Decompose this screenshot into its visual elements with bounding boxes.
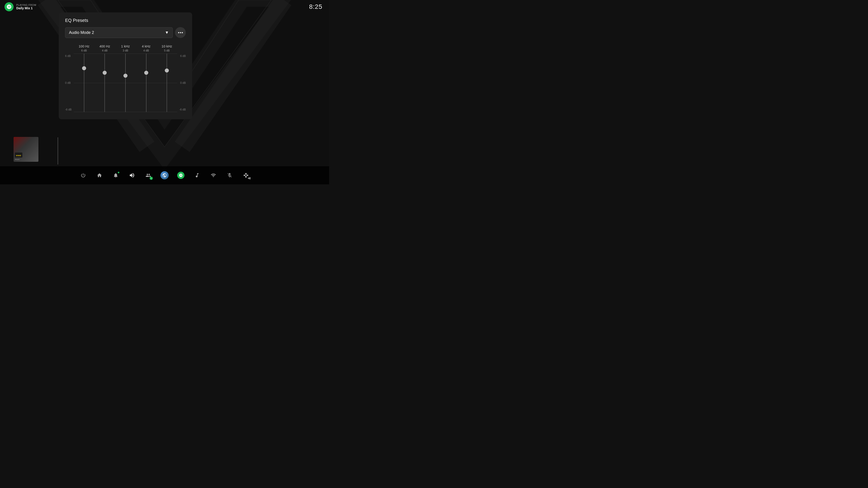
group-badge: 1 bbox=[150, 177, 153, 180]
spotify-logo bbox=[4, 2, 13, 11]
battery-indicator bbox=[248, 177, 250, 180]
controller-icon[interactable] bbox=[241, 171, 250, 180]
band-freq-2: 1 kHz bbox=[115, 44, 136, 48]
eq-title: EQ Presets bbox=[65, 18, 186, 23]
eq-preset-row: Audio Mode 2 ▼ bbox=[65, 27, 186, 38]
top-bar: PLAYING FROM Daily Mix 1 8:25 bbox=[0, 0, 329, 13]
playing-from-label: PLAYING FROM bbox=[16, 4, 36, 6]
band-thumb-4[interactable] bbox=[165, 68, 169, 72]
volume-icon[interactable] bbox=[127, 171, 136, 180]
album-art-area: WWE Music bbox=[13, 137, 38, 162]
album-art: WWE Music bbox=[13, 137, 38, 162]
band-db-0: 6 dB bbox=[74, 49, 94, 52]
band-db-3: 4 dB bbox=[136, 49, 157, 52]
scale-mid-right: 0 dB bbox=[179, 81, 186, 85]
now-playing-section: PLAYING FROM Daily Mix 1 bbox=[4, 2, 36, 11]
band-slider-2[interactable] bbox=[115, 54, 136, 112]
power-icon[interactable] bbox=[79, 171, 88, 180]
home-icon[interactable] bbox=[95, 171, 104, 180]
dot2 bbox=[180, 32, 181, 33]
dropdown-arrow-icon: ▼ bbox=[165, 30, 169, 35]
playlist-name: Daily Mix 1 bbox=[16, 6, 36, 10]
notification-icon[interactable] bbox=[111, 171, 120, 180]
scale-top-left: 6 dB bbox=[65, 55, 72, 58]
band-db-1: 4 dB bbox=[94, 49, 115, 52]
playback-indicator bbox=[58, 137, 58, 164]
band-freq-1: 400 Hz bbox=[94, 44, 115, 48]
band-db-4: 5 dB bbox=[156, 49, 177, 52]
wifi-icon[interactable] bbox=[209, 171, 218, 180]
band-thumb-2[interactable] bbox=[123, 74, 127, 78]
spotify-taskbar-icon[interactable] bbox=[176, 171, 185, 180]
eq-panel: EQ Presets Audio Mode 2 ▼ 100 Hz 400 Hz … bbox=[59, 12, 192, 119]
spotify-circle bbox=[177, 172, 184, 179]
band-slider-0[interactable] bbox=[74, 54, 94, 112]
user-avatar-icon[interactable] bbox=[160, 171, 169, 180]
band-slider-4[interactable] bbox=[156, 54, 177, 112]
music-icon[interactable] bbox=[193, 171, 202, 180]
clock: 8:25 bbox=[309, 3, 322, 10]
scale-mid-left: 0 dB bbox=[65, 81, 72, 85]
eq-preset-value: Audio Mode 2 bbox=[69, 30, 94, 35]
dot1 bbox=[178, 32, 179, 33]
band-slider-3[interactable] bbox=[136, 54, 157, 112]
band-thumb-3[interactable] bbox=[144, 71, 148, 75]
dot3 bbox=[182, 32, 183, 33]
notification-dot bbox=[118, 172, 119, 173]
band-db-2: 3 dB bbox=[115, 49, 136, 52]
eq-more-button[interactable] bbox=[175, 27, 186, 38]
eq-preset-dropdown[interactable]: Audio Mode 2 ▼ bbox=[65, 27, 173, 38]
taskbar: 1 bbox=[0, 166, 329, 184]
now-playing-text: PLAYING FROM Daily Mix 1 bbox=[16, 4, 36, 10]
group-icon[interactable]: 1 bbox=[144, 171, 153, 180]
scale-bot-left: -6 dB bbox=[65, 108, 72, 111]
scale-top-right: 6 dB bbox=[179, 55, 186, 58]
band-thumb-1[interactable] bbox=[103, 71, 107, 75]
band-freq-0: 100 Hz bbox=[74, 44, 94, 48]
band-slider-1[interactable] bbox=[94, 54, 115, 112]
mic-icon[interactable] bbox=[225, 171, 234, 180]
band-freq-3: 4 kHz bbox=[136, 44, 157, 48]
avatar bbox=[160, 171, 168, 180]
band-thumb-0[interactable] bbox=[82, 66, 86, 70]
scale-bot-right: -6 dB bbox=[179, 108, 186, 111]
band-freq-4: 10 kHz bbox=[156, 44, 177, 48]
